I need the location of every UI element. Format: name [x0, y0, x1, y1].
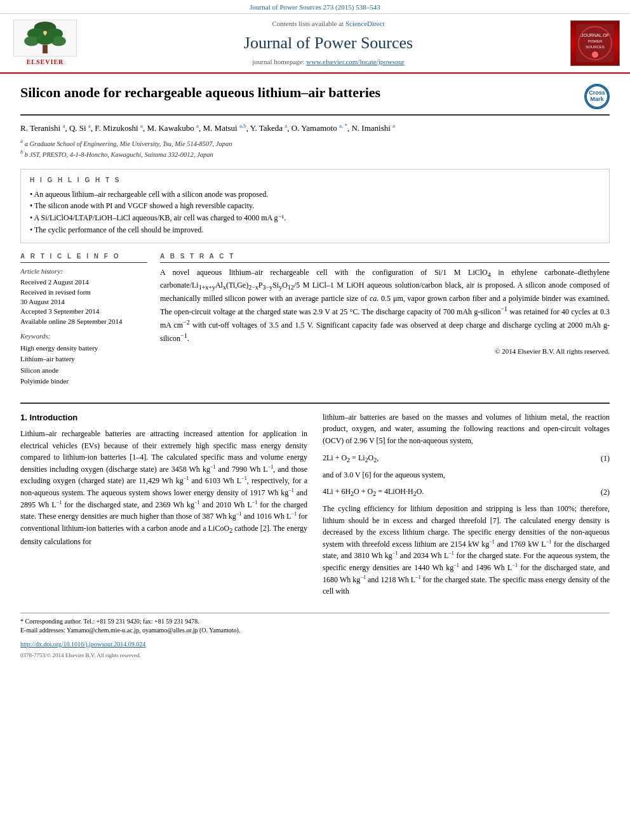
svg-text:SOURCES: SOURCES: [586, 45, 605, 49]
highlight-item: A Si/LiClO4/LTAP/LiOH–LiCl aqueous/KB, a…: [30, 212, 600, 224]
keyword: Lithium–air battery: [20, 354, 147, 365]
accepted-date: Accepted 3 September 2014: [20, 307, 147, 316]
highlight-item: An aqueous lithium–air rechargeable cell…: [30, 189, 600, 201]
highlights-label: H I G H L I G H T S: [30, 176, 600, 185]
body-right-column: lithium–air batteries are based on the m…: [323, 411, 610, 603]
highlight-item: The cyclic performance of the cell shoul…: [30, 224, 600, 236]
received-date: Received 2 August 2014: [20, 277, 147, 287]
svg-text:Cross: Cross: [589, 90, 605, 96]
body-section: 1. Introduction Lithium–air rechargeable…: [20, 403, 610, 660]
article-info-label: A R T I C L E I N F O: [20, 252, 147, 263]
article-title: Silicon anode for rechargeable aqueous l…: [20, 84, 578, 102]
keyword: Polyimide binder: [20, 376, 147, 387]
history-label: Article history:: [20, 267, 147, 276]
elsevier-logo-image: [13, 20, 77, 57]
eq2-text: 4Li + 6H2O + O2 = 4LiOH·H2O.: [323, 486, 601, 499]
contents-label: Contents lists available at: [272, 20, 344, 27]
sciencedirect-link[interactable]: ScienceDirect: [345, 20, 385, 27]
right-para-1: lithium–air batteries are based on the m…: [323, 411, 610, 447]
highlights-section: H I G H L I G H T S An aqueous lithium–a…: [20, 169, 610, 243]
affiliation-a: a Graduate School of Engineering, Mie Un…: [25, 140, 232, 147]
main-content: Silicon anode for rechargeable aqueous l…: [0, 74, 630, 670]
svg-rect-7: [43, 45, 48, 54]
article-history: Article history: Received 2 August 2014 …: [20, 267, 147, 326]
keyword: Silicon anode: [20, 365, 147, 377]
revised-date: Received in revised form30 August 2014: [20, 288, 147, 307]
body-left-column: 1. Introduction Lithium–air rechargeable…: [20, 411, 307, 603]
email-addresses: E-mail addresses: Yamamo@chem.mie-u.ac.j…: [20, 626, 610, 635]
footer-doi: http://dx.doi.org/10.1016/j.jpowsour.201…: [20, 640, 610, 649]
authors-line: R. Teranishi a, Q. Si a, F. Mizukoshi a,…: [20, 122, 610, 135]
highlight-item: The silicon anode with PI and VGCF showe…: [30, 200, 600, 212]
journal-center-info: Contents lists available at ScienceDirec…: [86, 19, 570, 67]
keywords-label: Keywords:: [20, 331, 147, 341]
keywords-list: High energy density battery Lithium–air …: [20, 343, 147, 387]
keyword: High energy density battery: [20, 343, 147, 354]
svg-point-5: [51, 36, 66, 46]
svg-point-14: [592, 51, 598, 58]
equation-1: 2Li + O2 = Li2O2, (1): [323, 452, 610, 465]
footer-issn: 0378-7753/© 2014 Elsevier B.V. All right…: [20, 651, 610, 660]
body-two-columns: 1. Introduction Lithium–air rechargeable…: [20, 411, 610, 603]
copyright: © 2014 Elsevier B.V. All rights reserved…: [160, 347, 610, 356]
homepage-label: journal homepage:: [252, 58, 304, 65]
contents-available-line: Contents lists available at ScienceDirec…: [86, 19, 570, 29]
abstract-section: A B S T R A C T A novel aqueous lithium–…: [160, 252, 610, 392]
section-number: 1.: [20, 413, 27, 422]
highlights-list: An aqueous lithium–air rechargeable cell…: [30, 189, 600, 236]
homepage-url: www.elsevier.com/locate/jpowsour: [306, 58, 404, 65]
eq1-number: (1): [601, 453, 610, 465]
abstract-label: A B S T R A C T: [160, 252, 610, 263]
affiliation-b: b JST, PRESTO, 4-1-8-Honcho, Kawaguchi, …: [25, 151, 213, 158]
sciencedirect-text: ScienceDirect: [345, 20, 385, 27]
crossmark-badge: Cross Mark: [584, 84, 610, 109]
intro-paragraph: Lithium–air rechargeable batteries are a…: [20, 428, 307, 547]
elsevier-logo-section: ELSEVIER: [10, 20, 80, 67]
elsevier-brand: ELSEVIER: [27, 58, 64, 67]
article-title-section: Silicon anode for rechargeable aqueous l…: [20, 84, 610, 116]
right-para-2: and of 3.0 V [6] for the aqueous system,: [323, 469, 610, 481]
doi-link[interactable]: http://dx.doi.org/10.1016/j.jpowsour.201…: [20, 641, 145, 648]
affiliations: a a Graduate School of Engineering, Mie …: [20, 138, 610, 160]
footnotes: * Corresponding author. Tel.: +81 59 231…: [20, 613, 610, 635]
homepage-link[interactable]: www.elsevier.com/locate/jpowsour: [306, 58, 404, 65]
svg-text:JOURNAL OF: JOURNAL OF: [581, 33, 609, 37]
online-date: Available online 28 September 2014: [20, 317, 147, 326]
article-info-abstract: A R T I C L E I N F O Article history: R…: [20, 252, 610, 392]
section-title: Introduction: [29, 413, 77, 422]
journal-title: Journal of Power Sources: [86, 32, 570, 55]
keywords-group: Keywords: High energy density battery Li…: [20, 331, 147, 387]
svg-point-4: [24, 36, 39, 46]
svg-text:POWER: POWER: [588, 39, 603, 43]
eq1-text: 2Li + O2 = Li2O2,: [323, 452, 601, 465]
eq2-number: (2): [601, 486, 610, 498]
journal-homepage-line: journal homepage: www.elsevier.com/locat…: [86, 57, 570, 67]
svg-point-8: [43, 30, 47, 34]
svg-point-6: [36, 35, 53, 44]
abstract-text: A novel aqueous lithium–air rechargeable…: [160, 267, 610, 344]
corresponding-author: * Corresponding author. Tel.: +81 59 231…: [20, 617, 610, 626]
equation-2: 4Li + 6H2O + O2 = 4LiOH·H2O. (2): [323, 486, 610, 499]
journal-right-logo: JOURNAL OF POWER SOURCES: [570, 20, 620, 66]
svg-text:Mark: Mark: [590, 96, 604, 102]
journal-ref-text: Journal of Power Sources 273 (2015) 538–…: [250, 3, 380, 11]
journal-reference: Journal of Power Sources 273 (2015) 538–…: [0, 0, 630, 14]
journal-header: ELSEVIER Contents lists available at Sci…: [0, 14, 630, 73]
right-para-3: The cycling efficiency for lithium depos…: [323, 503, 610, 597]
article-info-column: A R T I C L E I N F O Article history: R…: [20, 252, 147, 392]
section-1-heading: 1. Introduction: [20, 411, 307, 424]
